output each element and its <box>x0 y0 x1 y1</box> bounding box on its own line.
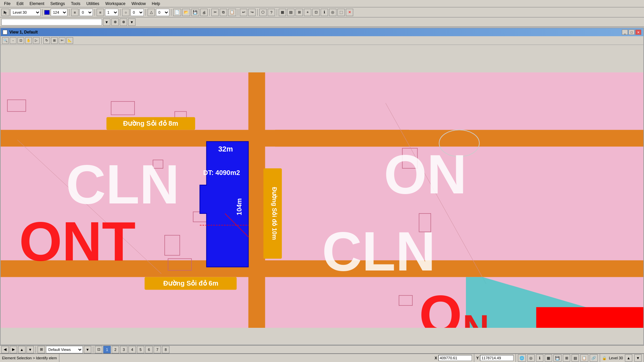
view-close[interactable]: ✕ <box>635 29 641 35</box>
sep2 <box>69 9 69 16</box>
y-coord-input[interactable] <box>480 355 514 361</box>
color-select[interactable]: 124 <box>51 9 67 16</box>
weight-select[interactable]: 1 <box>105 9 118 16</box>
menu-settings[interactable]: Settings <box>48 1 67 7</box>
page-8[interactable]: 8 <box>162 346 169 353</box>
nav-up[interactable]: ▲ <box>18 346 25 353</box>
parcel-width-label: 32m <box>218 145 233 153</box>
open-btn[interactable]: 📂 <box>182 9 190 16</box>
info-btn[interactable]: ℹ <box>321 9 328 16</box>
ref2-btn[interactable]: ⊞ <box>563 354 570 362</box>
toolbar-row1: Level 30 124 ≡ 0 ≡ 1 ○ 0 △ 0 📄 📂 💾 🖨 ✂ ⧉… <box>0 7 644 17</box>
search-input[interactable] <box>1 19 102 25</box>
svg-marker-0 <box>4 11 7 14</box>
view-toggle[interactable]: ⊞ <box>38 346 45 353</box>
level-up[interactable]: ▲ <box>625 354 632 362</box>
vtb-grid[interactable]: ⊞ <box>51 37 58 44</box>
view-select[interactable]: Default Views <box>46 346 83 353</box>
redo-btn[interactable]: ↪ <box>248 9 256 16</box>
copy-btn[interactable]: ⧉ <box>220 9 227 16</box>
gps-btn[interactable]: ◎ <box>527 354 535 362</box>
menu-edit[interactable]: Edit <box>14 1 26 7</box>
db-btn[interactable]: 💾 <box>553 354 561 362</box>
link-btn[interactable]: 🔗 <box>590 354 598 362</box>
new-btn[interactable]: 📄 <box>173 9 181 16</box>
fence-btn[interactable]: ⬡ <box>259 9 267 16</box>
sep5 <box>146 9 146 16</box>
page-3[interactable]: 3 <box>120 346 127 353</box>
pointer-icon <box>3 10 8 15</box>
menu-file[interactable]: File <box>1 1 13 7</box>
element-status-text: Element Selection > Identify elem <box>2 356 57 360</box>
view-select-dropdown[interactable]: ▼ <box>84 346 91 353</box>
tag-btn[interactable]: ⌖ <box>304 9 311 16</box>
page-4[interactable]: 4 <box>128 346 136 353</box>
arrow-btn[interactable]: △ <box>148 9 155 16</box>
sel-btn[interactable]: ⬚ <box>337 9 345 16</box>
view-maximize[interactable]: □ <box>629 29 635 35</box>
vtb-pan[interactable]: ✋ <box>25 37 32 44</box>
vtb-refresh[interactable]: ↻ <box>43 37 50 44</box>
menubar: File Edit Element Settings Tools Utiliti… <box>0 0 644 7</box>
menu-help[interactable]: Help <box>149 1 163 7</box>
page-1[interactable]: 1 <box>103 346 111 353</box>
circle-select[interactable]: 0 <box>130 9 144 16</box>
close2-btn[interactable]: ✕ <box>346 9 353 16</box>
ref-btn[interactable]: ⊞ <box>296 9 303 16</box>
model2-btn[interactable]: ▤ <box>572 354 579 362</box>
menu-window[interactable]: Window <box>129 1 149 7</box>
circle-btn[interactable]: ○ <box>122 9 129 16</box>
color-swatch <box>44 10 50 15</box>
undo-btn[interactable]: ↩ <box>240 9 247 16</box>
nav-sep2 <box>93 346 93 353</box>
task2-btn[interactable]: 📋 <box>580 354 588 362</box>
page-7[interactable]: 7 <box>154 346 161 353</box>
dropdown-btn[interactable]: ▼ <box>103 18 110 26</box>
layer-btn[interactable]: ▦ <box>279 9 286 16</box>
vtb-fit[interactable]: ⊡ <box>17 37 24 44</box>
task-snap3[interactable]: ▼ <box>128 18 136 26</box>
vtb-measure[interactable]: 📐 <box>66 37 73 44</box>
help-btn[interactable]: ? <box>268 9 275 16</box>
vtb-arrow[interactable]: ▷ <box>33 37 40 44</box>
menu-element[interactable]: Element <box>27 1 47 7</box>
snap-btn[interactable]: ◎ <box>329 9 336 16</box>
line-style-btn[interactable]: ≡ <box>71 9 78 16</box>
vtb-zoom-in[interactable]: 🔍 <box>2 37 9 44</box>
zone-cln-left: CLN <box>66 154 179 215</box>
x-coord-input[interactable] <box>438 355 472 361</box>
cut-btn[interactable]: ✂ <box>211 9 219 16</box>
globe-btn[interactable]: 🌐 <box>518 354 526 362</box>
sep1 <box>42 9 43 16</box>
line-style-select[interactable]: 0 <box>79 9 93 16</box>
task-snap2[interactable]: ⊗ <box>120 18 127 26</box>
level-dn-btn[interactable]: ▼ <box>634 354 642 362</box>
menu-workspace[interactable]: Workspace <box>103 1 128 7</box>
fit-btn[interactable]: ⊡ <box>312 9 320 16</box>
info2-btn[interactable]: ℹ <box>536 354 543 362</box>
zone-cln-right: CLN <box>322 221 435 282</box>
nav-back[interactable]: ◀ <box>1 346 9 353</box>
level-select[interactable]: Level 30 <box>10 9 41 16</box>
page-6[interactable]: 6 <box>145 346 153 353</box>
layer2-btn[interactable]: ▦ <box>545 354 552 362</box>
menu-tools[interactable]: Tools <box>68 1 83 7</box>
vtb-zoom-out[interactable]: - <box>10 37 16 44</box>
map-canvas[interactable]: 32m DT: 4090m2 104m Đường Sỏi đỏ 8m Đườn… <box>1 72 643 328</box>
vtb-clip[interactable]: ✄ <box>59 37 65 44</box>
nav-fwd[interactable]: ▶ <box>10 346 17 353</box>
print-btn[interactable]: 🖨 <box>200 9 208 16</box>
manage-views[interactable]: ⊡ <box>95 346 102 353</box>
tool-pointer[interactable] <box>1 9 9 16</box>
save-btn[interactable]: 💾 <box>191 9 199 16</box>
page-5[interactable]: 5 <box>137 346 144 353</box>
paste-btn[interactable]: 📋 <box>228 9 236 16</box>
weight-btn[interactable]: ≡ <box>97 9 104 16</box>
page-2[interactable]: 2 <box>112 346 119 353</box>
view-minimize[interactable]: _ <box>622 29 628 35</box>
arrow-select[interactable]: 0 <box>156 9 169 16</box>
model-btn[interactable]: ▤ <box>287 9 294 16</box>
menu-utilities[interactable]: Utilities <box>84 1 102 7</box>
nav-dn[interactable]: ▼ <box>26 346 34 353</box>
task-snap1[interactable]: ⊕ <box>111 18 119 26</box>
